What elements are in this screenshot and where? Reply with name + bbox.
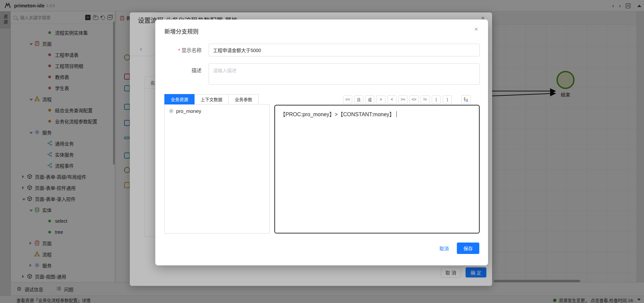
tab-1[interactable]: 上下文数据 [195,94,229,104]
modal-cancel-button[interactable]: 取消 [437,245,451,252]
resource-tabs: 业务资源上下文数据业务参数 [164,94,259,104]
description-label: 描述 [158,67,202,74]
operator-button[interactable]: 或 [365,95,374,104]
text-cursor [396,111,397,117]
operator-button[interactable]: != [421,95,430,104]
operator-button[interactable]: ( [432,95,441,104]
operator-button[interactable]: 且 [354,95,363,104]
name-label: *显示名称 [158,46,202,53]
modal-close-icon[interactable]: × [474,26,478,33]
operator-button[interactable]: ) [443,95,452,104]
tab-0[interactable]: 业务资源 [164,94,195,104]
operator-button[interactable]: == [343,95,352,104]
operator-toolbar: ==且或><>=<=!=() [343,95,478,104]
operator-button[interactable]: < [387,95,396,104]
display-name-input[interactable] [209,44,480,56]
gear-icon [169,109,174,114]
modal-title: 新增分支规则 [164,27,199,35]
list-item[interactable]: pro_money [165,104,269,118]
add-branch-rule-modal: 新增分支规则 × *显示名称 描述 业务资源上下文数据业务参数 ==且或><>=… [155,19,488,265]
required-mark: * [178,47,180,53]
expression-text: 【PROC:pro_money】>【CONSTANT:money】 [280,112,395,117]
modal-save-button[interactable]: 保存 [457,243,479,254]
operator-button[interactable]: >= [398,95,408,104]
operator-button[interactable]: > [376,95,385,104]
variable-picker-icon[interactable] [461,95,471,104]
description-input[interactable] [209,63,480,85]
operator-button[interactable]: <= [410,95,419,104]
business-resource-list: pro_money [164,104,270,233]
expression-editor[interactable]: 【PROC:pro_money】>【CONSTANT:money】 [274,105,480,233]
resource-item-label: pro_money [176,108,201,114]
tab-2[interactable]: 业务参数 [229,94,259,104]
app-window: primeton-ide 1.0.0 ‹ › 资源 in 流程实例实体集页面工程… [0,0,644,303]
